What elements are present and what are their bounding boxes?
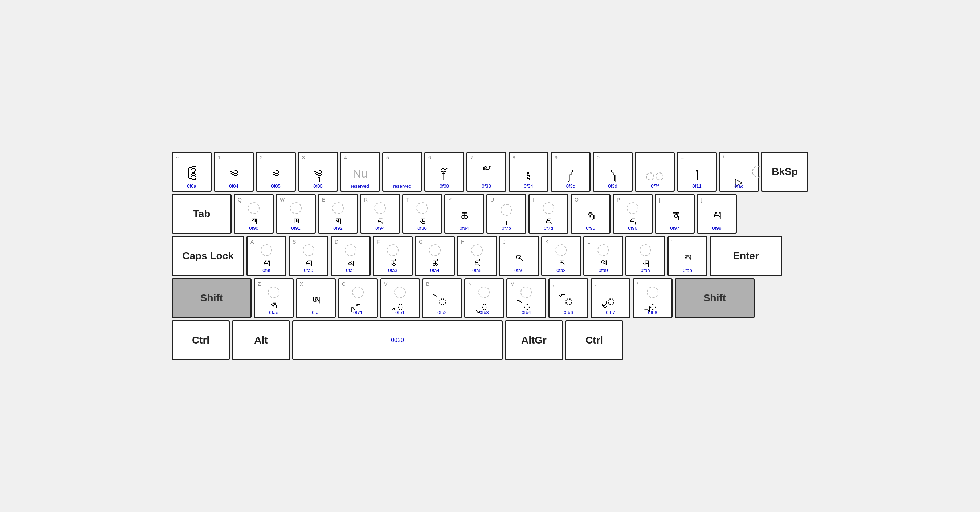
svg-text:ོ: ོ [559, 294, 573, 311]
symbol-0f11: ། [688, 163, 706, 185]
row-shift: Shift Z ཧ 0fae X ཨ 0faf C [172, 278, 808, 318]
key-space[interactable]: 0020 [292, 320, 503, 360]
svg-text:ཨ: ཨ [312, 294, 320, 311]
symbol-0f34: ༴ [518, 163, 539, 185]
key-x[interactable]: X ཨ 0faf [296, 278, 336, 318]
symbol-0f06: ༆ [307, 163, 329, 185]
key-bracketleft[interactable]: [ ན 0f97 [655, 194, 695, 234]
row-numbers: ~ ༊ 0f0a 1 ༄ 0f04 2 ༅ 0f [172, 152, 808, 192]
key-k[interactable]: K ར 0fa8 [541, 236, 581, 276]
symbol-0fab: ས [678, 247, 697, 269]
key-d[interactable]: D མ 0fa1 [331, 236, 371, 276]
key-tab[interactable]: Tab [172, 194, 232, 234]
keyboard: ~ ༊ 0f0a 1 ༄ 0f04 2 ༅ 0f [164, 145, 816, 367]
symbol-0f04: ༄ [223, 163, 245, 185]
key-ctrl-left[interactable]: Ctrl [172, 320, 230, 360]
symbol-0f97: ན [666, 205, 684, 226]
key-i[interactable]: I ཇ 0f7d [528, 194, 568, 234]
key-backspace[interactable]: BkSp [761, 152, 808, 192]
key-8[interactable]: 8 ༴ 0f34 [509, 152, 549, 192]
key-minus[interactable]: - 0f7f [635, 152, 675, 192]
key-v[interactable]: V ཱ 0fb1 [380, 278, 420, 318]
symbol-0f3c: ༼ [560, 163, 581, 185]
key-2[interactable]: 2 ༅ 0f05 [256, 152, 296, 192]
key-slash[interactable]: / ྲ 0fb8 [633, 278, 673, 318]
key-m[interactable]: M ེ 0fb4 [506, 278, 546, 318]
key-a[interactable]: A ཕ 0f9f [247, 236, 286, 276]
symbol-0f08: ༈ [433, 163, 455, 185]
key-alt-left[interactable]: Alt [232, 320, 290, 360]
key-h[interactable]: H ཛ 0fa5 [457, 236, 497, 276]
key-q[interactable]: Q ཀ 0f90 [234, 194, 274, 234]
svg-text:པ: པ [713, 209, 721, 226]
symbol-0f38: ༸ [476, 163, 497, 185]
key-0[interactable]: 0 ༽ 0f3d [593, 152, 633, 192]
key-period[interactable]: . ྱ 0fb7 [590, 278, 630, 318]
symbol-0fb2: ི [433, 289, 451, 311]
key-r[interactable]: R ང 0f94 [360, 194, 400, 234]
key-t[interactable]: T ཅ 0f80 [402, 194, 442, 234]
key-shift-right[interactable]: Shift [675, 278, 755, 318]
key-e[interactable]: E ག 0f92 [318, 194, 358, 234]
symbol-0f3d: ༽ [602, 163, 624, 185]
key-caps-lock[interactable]: Caps Lock [172, 236, 244, 276]
row-bottom: Ctrl Alt 0020 AltGr Ctrl [172, 320, 808, 360]
key-quote[interactable]: ' ས 0fab [668, 236, 707, 276]
key-backslash[interactable]: \ ▷ 0fad [719, 152, 759, 192]
row-tab: Tab Q ཀ 0f90 W ཁ 0f91 E [172, 194, 808, 234]
key-semicolon[interactable]: ; ཤ 0faa [625, 236, 665, 276]
key-5[interactable]: 5 reserved [382, 152, 422, 192]
svg-text:ཉ: ཉ [587, 209, 595, 226]
svg-text:༊: ༊ [187, 164, 196, 184]
symbol-0fb7: ྱ [601, 289, 620, 311]
svg-text:ས: ས [684, 252, 692, 268]
key-1[interactable]: 1 ༄ 0f04 [214, 152, 254, 192]
key-shift-left[interactable]: Shift [172, 278, 251, 318]
key-enter[interactable]: Enter [710, 236, 782, 276]
symbol-0faf: ཨ [307, 289, 325, 311]
svg-text:འ: འ [515, 252, 523, 268]
key-7[interactable]: 7 ༸ 0f38 [466, 152, 506, 192]
key-9[interactable]: 9 ༼ 0f3c [550, 152, 590, 192]
key-j[interactable]: J འ 0fa6 [499, 236, 539, 276]
svg-text:ཆ: ཆ [461, 209, 468, 226]
key-comma[interactable]: , ོ 0fb6 [549, 278, 589, 318]
svg-text:༅: ༅ [272, 166, 280, 184]
key-6[interactable]: 6 ༈ 0f08 [424, 152, 464, 192]
symbol-0fa6: འ [510, 247, 528, 269]
key-w[interactable]: W ཁ 0f91 [276, 194, 316, 234]
key-g[interactable]: G ཚ 0fa4 [415, 236, 455, 276]
svg-text:ན: ན [671, 209, 679, 226]
key-y[interactable]: Y ཆ 0f84 [444, 194, 484, 234]
key-altgr[interactable]: AltGr [505, 320, 563, 360]
key-ctrl-right[interactable]: Ctrl [565, 320, 623, 360]
key-equals[interactable]: = ། 0f11 [677, 152, 717, 192]
svg-text:༈: ༈ [440, 166, 448, 184]
key-u[interactable]: U ། 0f7b [486, 194, 526, 234]
svg-text:ྱ: ྱ [602, 294, 614, 311]
symbol-0f05: ༅ [265, 163, 287, 185]
key-3[interactable]: 3 ༆ 0f06 [298, 152, 338, 192]
key-s[interactable]: S བ 0fa0 [288, 236, 328, 276]
key-tilde[interactable]: ~ ༊ 0f0a [172, 152, 212, 192]
symbol-0f0a: ༊ [181, 163, 202, 185]
key-z[interactable]: Z ཧ 0fae [254, 278, 294, 318]
svg-text:༴: ༴ [525, 168, 532, 184]
key-4[interactable]: 4 Nu reserved [340, 152, 380, 192]
symbol-0f95: ཉ [581, 205, 600, 226]
svg-text:ི: ི [433, 294, 446, 311]
symbol-0f99: པ [708, 205, 726, 226]
key-c[interactable]: C ཀྵ 0f71 [338, 278, 378, 318]
key-bracketright[interactable]: ] པ 0f99 [697, 194, 737, 234]
svg-text:༆: ༆ [314, 166, 322, 184]
key-o[interactable]: O ཉ 0f95 [571, 194, 611, 234]
key-f[interactable]: F ཙ 0fa3 [373, 236, 413, 276]
key-b[interactable]: B ི 0fb2 [422, 278, 462, 318]
svg-text:༼: ༼ [567, 168, 574, 184]
symbol-0fb6: ོ [559, 289, 578, 311]
row-caps: Caps Lock A ཕ 0f9f S བ 0fa0 [172, 236, 808, 276]
key-p[interactable]: P ད 0f96 [612, 194, 652, 234]
svg-text:༸: ༸ [482, 166, 491, 184]
key-l[interactable]: L ལ 0fa9 [583, 236, 623, 276]
key-n[interactable]: N ུ 0fb3 [464, 278, 504, 318]
